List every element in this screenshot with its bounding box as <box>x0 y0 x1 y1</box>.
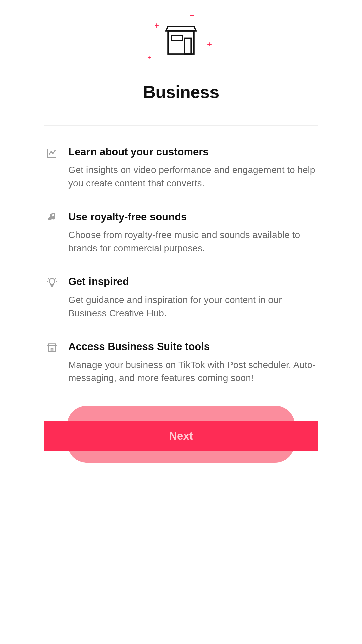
feature-item-analytics: Learn about your customers Get insights … <box>46 146 316 190</box>
sparkle-icon: + <box>147 54 152 61</box>
divider <box>44 125 318 126</box>
hero-illustration: + + + + <box>147 10 215 70</box>
page-title: Business <box>44 82 318 102</box>
store-icon <box>163 22 199 58</box>
svg-line-9 <box>48 278 49 279</box>
feature-description: Get guidance and inspiration for your co… <box>68 293 316 320</box>
feature-content: Get inspired Get guidance and inspiratio… <box>68 276 316 320</box>
chart-icon <box>46 147 58 160</box>
button-area: Next <box>44 406 318 473</box>
feature-content: Learn about your customers Get insights … <box>68 146 316 190</box>
feature-title: Use royalty-free sounds <box>68 211 316 223</box>
svg-line-10 <box>55 278 56 279</box>
svg-rect-1 <box>172 35 182 40</box>
feature-description: Manage your business on TikTok with Post… <box>68 358 316 385</box>
feature-item-inspired: Get inspired Get guidance and inspiratio… <box>46 276 316 320</box>
feature-title: Access Business Suite tools <box>68 341 316 353</box>
feature-title: Learn about your customers <box>68 146 316 158</box>
feature-title: Get inspired <box>68 276 316 288</box>
hero-section: + + + + Business <box>44 0 318 115</box>
feature-content: Access Business Suite tools Manage your … <box>68 341 316 385</box>
feature-description: Get insights on video performance and en… <box>68 163 316 190</box>
feature-list: Learn about your customers Get insights … <box>44 146 318 385</box>
next-button[interactable] <box>44 421 318 451</box>
feature-item-suite: Access Business Suite tools Manage your … <box>46 341 316 385</box>
svg-rect-0 <box>168 31 194 54</box>
feature-item-sounds: Use royalty-free sounds Choose from roya… <box>46 211 316 255</box>
svg-rect-2 <box>185 38 191 54</box>
svg-rect-11 <box>51 348 53 352</box>
music-icon <box>46 212 58 224</box>
business-onboarding-page: + + + + Business Learn about your cus <box>44 0 318 473</box>
sparkle-icon: + <box>207 40 212 48</box>
sparkle-icon: + <box>154 21 159 30</box>
sparkle-icon: + <box>190 11 194 19</box>
store-small-icon <box>46 342 58 355</box>
feature-description: Choose from royalty-free music and sound… <box>68 228 316 255</box>
lightbulb-icon <box>46 277 58 290</box>
feature-content: Use royalty-free sounds Choose from roya… <box>68 211 316 255</box>
